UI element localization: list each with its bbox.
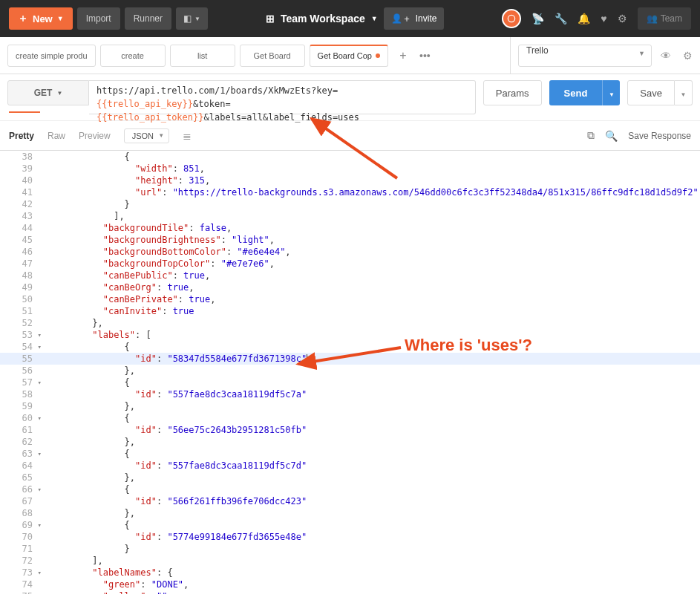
fold-icon[interactable]: ▾ <box>38 483 42 495</box>
chevron-down-icon: ▼ <box>371 15 378 22</box>
line-number: 59 <box>0 400 39 412</box>
line-number: 49 <box>0 281 39 293</box>
response-toolbar-right: ⧉ 🔍 Save Response <box>587 129 691 142</box>
pretty-tab[interactable]: Pretty <box>9 131 34 141</box>
fold-icon[interactable]: ▾ <box>38 519 42 531</box>
code-content: "id": "557fae8dc3caa18119df5c7d" <box>39 460 307 472</box>
line-number: 75 <box>0 590 39 594</box>
tab-label: create <box>121 51 144 60</box>
tab-label: create simple produ <box>16 51 88 60</box>
code-line: 43 ], <box>0 210 700 222</box>
copy-icon[interactable]: ⧉ <box>587 129 595 142</box>
code-line: 52 }, <box>0 317 700 329</box>
runner-button[interactable]: Runner <box>125 7 171 30</box>
tab-more-button[interactable]: ••• <box>413 50 436 62</box>
code-line: 72 ], <box>0 555 700 567</box>
code-content: "green": "DONE", <box>39 579 189 590</box>
preview-tab[interactable]: Preview <box>79 131 111 141</box>
satellite-icon[interactable]: 📡 <box>531 13 544 25</box>
topbar-right: 📡 🔧 🔔 ♥ ⚙ 👥 Team <box>502 7 691 30</box>
code-line: 57▾ { <box>0 377 700 388</box>
code-content: "id": "566f261ffb396fe706dcc423" <box>39 495 307 507</box>
code-content: }, <box>39 472 135 483</box>
tab-2[interactable]: list <box>170 45 235 67</box>
line-number: 42 <box>0 198 39 210</box>
code-line: 42 } <box>0 198 700 210</box>
chevron-down-icon: ▼ <box>638 50 645 57</box>
workspace-button[interactable]: ⊞ Team Workspace ▼ <box>266 13 378 25</box>
import-button[interactable]: Import <box>77 7 120 30</box>
wrench-icon[interactable]: 🔧 <box>555 13 567 25</box>
avatar[interactable] <box>502 9 521 28</box>
chevron-down-icon: ▼ <box>158 132 164 139</box>
send-button[interactable]: Send <box>549 80 603 105</box>
params-button[interactable]: Params <box>483 80 542 105</box>
save-response-button[interactable]: Save Response <box>628 131 691 141</box>
environment-select[interactable]: Trello ▼ <box>518 45 652 67</box>
bell-icon[interactable]: 🔔 <box>578 13 590 25</box>
invite-label: Invite <box>416 13 437 24</box>
line-number: 50 <box>0 293 39 305</box>
plus-icon: ＋ <box>18 12 28 25</box>
tab-1[interactable]: create <box>100 45 166 67</box>
tab-add-button[interactable]: + <box>393 45 413 66</box>
fold-icon[interactable]: ▾ <box>38 329 42 341</box>
format-select[interactable]: JSON ▼ <box>124 128 169 143</box>
gear-icon[interactable]: ⚙ <box>680 50 696 62</box>
tab-3[interactable]: Get Board <box>240 45 305 67</box>
response-body[interactable]: 38 {39 "width": 851,40 "height": 315,41 … <box>0 150 700 594</box>
heart-icon[interactable]: ♥ <box>601 13 606 25</box>
code-content: "canBeOrg": true, <box>39 281 194 293</box>
chevron-down-icon: ▼ <box>56 90 62 97</box>
fold-icon[interactable]: ▾ <box>38 567 42 579</box>
gear-outline-icon[interactable]: ⚙ <box>618 13 627 25</box>
code-content: "backgroundBrightness": "light", <box>39 234 275 246</box>
url-input[interactable]: https://api.trello.com/1/boards/XkMwzEts… <box>89 80 476 114</box>
code-content: { <box>39 341 130 353</box>
code-line: 70 "id": "5774e99184e677fd3655e48e" <box>0 531 700 543</box>
env-selected: Trello <box>526 45 549 56</box>
annotation-text: Where is 'uses'? <box>405 336 532 355</box>
fold-icon[interactable]: ▾ <box>38 448 42 460</box>
fold-icon[interactable]: ▾ <box>38 377 42 388</box>
eye-icon[interactable]: 👁 <box>658 50 674 62</box>
tab-4[interactable]: Get Board Cop <box>310 45 388 67</box>
line-number: 54▾ <box>0 341 39 353</box>
wrap-lines-icon[interactable]: ≣ <box>183 130 192 142</box>
tabs-bar: create simple producreatelistGet BoardGe… <box>0 37 700 74</box>
tab-0[interactable]: create simple produ <box>7 45 96 67</box>
runner-label: Runner <box>134 13 163 24</box>
new-button[interactable]: ＋ New ▼ <box>9 7 73 30</box>
fold-icon[interactable]: ▾ <box>38 341 42 353</box>
code-content: { <box>39 151 130 163</box>
search-icon[interactable]: 🔍 <box>605 130 618 142</box>
params-label: Params <box>496 88 529 99</box>
import-label: Import <box>86 13 111 24</box>
url-text: &token= <box>193 99 231 109</box>
code-content: "id": "5774e99184e677fd3655e48e" <box>39 531 307 543</box>
code-content: { <box>39 519 130 531</box>
line-number: 64 <box>0 460 39 472</box>
line-number: 69▾ <box>0 519 39 531</box>
invite-button[interactable]: 👤＋ Invite <box>384 7 445 30</box>
fold-icon[interactable]: ▾ <box>38 412 42 424</box>
send-dropdown[interactable]: ▼ <box>602 80 620 105</box>
save-label: Save <box>640 88 662 99</box>
team-button[interactable]: 👥 Team <box>638 7 691 30</box>
raw-tab[interactable]: Raw <box>48 131 65 141</box>
save-dropdown[interactable]: ▼ <box>675 80 693 105</box>
active-underline <box>9 111 40 113</box>
line-number: 70 <box>0 531 39 543</box>
new-window-button[interactable]: ◧ ▼ <box>176 7 208 30</box>
code-line: 49 "canBeOrg": true, <box>0 281 700 293</box>
request-bar: GET ▼ https://api.trello.com/1/boards/Xk… <box>0 74 700 111</box>
method-select[interactable]: GET ▼ <box>7 80 89 105</box>
code-content: ], <box>39 555 103 567</box>
save-button[interactable]: Save <box>627 80 675 105</box>
line-number: 72 <box>0 555 39 567</box>
code-line: 47 "backgroundTopColor": "#e7e7e6", <box>0 258 700 270</box>
code-content: "backgroundTile": false, <box>39 222 232 234</box>
sync-icon <box>506 13 517 24</box>
chevron-down-icon: ▼ <box>194 16 200 22</box>
line-number: 62 <box>0 436 39 448</box>
